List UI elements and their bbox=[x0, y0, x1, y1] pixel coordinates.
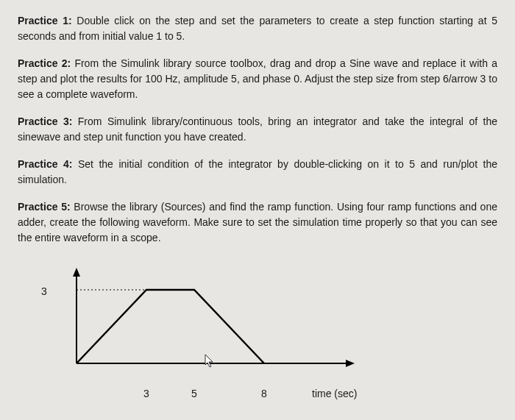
practice-4-label: Practice 4: bbox=[18, 158, 72, 170]
practice-2: Practice 2: From the Simulink library so… bbox=[18, 56, 497, 102]
practice-3-text: From Simulink library/continuous tools, … bbox=[18, 115, 497, 143]
practice-1-label: Practice 1: bbox=[18, 15, 72, 26]
x-tick-3: 3 bbox=[143, 386, 149, 402]
x-tick-8: 8 bbox=[261, 386, 267, 402]
svg-marker-1 bbox=[73, 268, 80, 277]
cursor-icon bbox=[205, 355, 213, 367]
x-tick-5: 5 bbox=[191, 386, 197, 402]
practice-2-label: Practice 2: bbox=[18, 57, 71, 69]
practice-4-text: Set the initial condition of the integra… bbox=[18, 158, 497, 185]
svg-marker-3 bbox=[346, 360, 355, 367]
chart-svg bbox=[54, 268, 422, 385]
x-axis-label: time (sec) bbox=[312, 386, 357, 402]
practice-2-text: From the Simulink library source toolbox… bbox=[18, 57, 497, 100]
practice-1: Practice 1: Double click on the step and… bbox=[18, 13, 497, 44]
waveform-chart: 3 3 5 8 time (sec) bbox=[54, 268, 422, 385]
practice-5-label: Practice 5: bbox=[18, 201, 71, 213]
practice-5-text: Browse the library (Sources) and find th… bbox=[18, 201, 497, 243]
y-tick-3: 3 bbox=[41, 284, 47, 299]
practice-3: Practice 3: From Simulink library/contin… bbox=[18, 114, 497, 145]
practice-1-text: Double click on the step and set the par… bbox=[18, 15, 497, 42]
practice-5: Practice 5: Browse the library (Sources)… bbox=[18, 199, 497, 246]
practice-4: Practice 4: Set the initial condition of… bbox=[18, 157, 497, 188]
practice-3-label: Practice 3: bbox=[18, 115, 72, 127]
